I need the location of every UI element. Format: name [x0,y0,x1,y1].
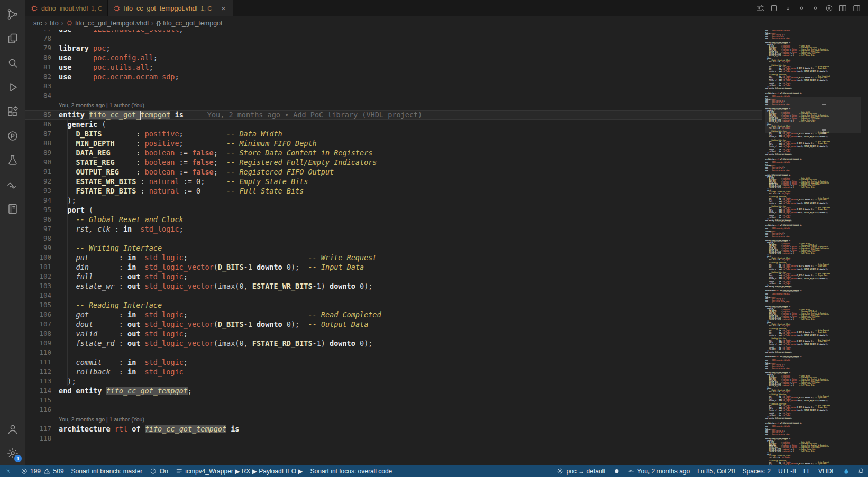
files-icon[interactable] [0,26,25,51]
line-number: 83 [25,81,59,91]
code-line[interactable]: 81use poc.utils.all; [25,62,762,72]
breadcrumb-separator: › [61,19,63,27]
line-number: 97 [25,224,59,234]
commit-node-icon[interactable] [809,2,821,15]
editor-content[interactable]: 77use IEEE.numeric_std.all;7879library p… [25,30,762,443]
minimap-slider[interactable] [765,97,861,133]
code-line[interactable]: 86 generic ( [25,120,762,129]
code-line[interactable]: 115 [25,396,762,405]
circle-p-icon[interactable] [0,124,25,148]
commit-node-icon[interactable] [795,2,808,15]
code-line[interactable]: 83 [25,81,762,91]
code-text: fstate_rd : out std_logic_vector(imax(0,… [59,338,372,348]
target-icon[interactable] [823,2,835,15]
code-line[interactable]: 87 D_BITS : positive; -- Data Width [25,129,762,139]
code-line[interactable]: 90 STATE_REG : boolean := false; -- Regi… [25,158,762,167]
code-line[interactable]: 77use IEEE.numeric_std.all; [25,30,762,34]
problems-indicator[interactable]: 199509 [17,465,68,477]
code-line[interactable]: 104 [25,291,762,300]
code-line[interactable]: 108 valid : out std_logic; [25,329,762,338]
code-line[interactable]: 89 DATA_REG : boolean := false; -- Store… [25,148,762,158]
code-line[interactable]: 109 fstate_rd : out std_logic_vector(ima… [25,338,762,348]
notifications[interactable] [854,465,868,477]
code-line[interactable]: 79library poc; [25,43,762,53]
remote-indicator[interactable] [0,465,17,477]
inline-blame: You, 2 months ago • Add PoC library (VHD… [207,110,422,120]
sonarlint-icon[interactable] [0,172,25,197]
settings-gear-icon[interactable]: 1 [0,441,25,465]
layout-icon[interactable] [850,2,863,15]
sonarlint-focus[interactable]: SonarLint focus: overall code [307,465,396,477]
account-icon[interactable] [0,417,25,441]
indentation[interactable]: Spaces: 2 [739,465,774,477]
sonarlint-toggle[interactable]: On [146,465,172,477]
editor: 77use IEEE.numeric_std.all;7879library p… [25,30,868,465]
code-line[interactable]: 96 -- Global Reset and Clock [25,215,762,224]
close-icon[interactable]: × [219,4,227,13]
connection-status[interactable] [609,465,624,477]
code-line[interactable]: 117architecture rtl of fifo_cc_got_tempg… [25,424,762,434]
code-line[interactable]: 113 ); [25,377,762,386]
code-line[interactable]: 118 [25,434,762,443]
code-line[interactable]: 78 [25,34,762,43]
frame-icon[interactable] [768,2,780,15]
warning-icon [43,467,51,475]
code-line[interactable]: 97 rst, clk : in std_logic; [25,224,762,234]
code-line[interactable]: 114end entity fifo_cc_got_tempgot; [25,386,762,396]
breadcrumb-item[interactable]: {}fifo_cc_got_tempgot [156,20,222,27]
code-line[interactable]: 99 -- Writing Interface [25,243,762,253]
code-line[interactable]: 82use poc.ocram.ocram_sdp; [25,72,762,81]
codelens[interactable]: You, 2 months ago | 1 author (You) [25,415,762,424]
search-icon[interactable] [0,51,25,75]
code-line[interactable]: 112 rollback : in std_logic [25,367,762,377]
code-line[interactable]: 110 [25,348,762,357]
hierarchy-path[interactable]: icmpv4_Wrapper ▶ RX ▶ PayloadFIFO ▶ [172,465,307,477]
beaker-icon[interactable] [0,148,25,172]
active-config[interactable]: poc → default [553,465,609,477]
tune-icon[interactable] [754,2,766,15]
minimap[interactable]: use IEEE.numeric_std.all;library poc;use… [765,30,861,465]
line-number: 82 [25,72,59,81]
code-line[interactable]: 100 put : in std_logic; -- Write Request [25,253,762,262]
tab-fifo_cc_got_tempgot.vhdl[interactable]: fifo_cc_got_tempgot.vhdl1, C× [108,0,233,16]
code-line[interactable]: 106 got : in std_logic; -- Read Complete… [25,310,762,319]
extensions-icon[interactable] [0,99,25,124]
code-line[interactable]: 84 [25,91,762,100]
code-line[interactable]: 111 commit : in std_logic; [25,357,762,367]
sonarlint-branch[interactable]: SonarLint branch: master [68,465,147,477]
breadcrumb-item[interactable]: fifo_cc_got_tempgot.vhdl [66,20,149,27]
breadcrumb-label: src [33,20,42,27]
breadcrumb-item[interactable]: fifo [50,20,59,27]
code-line[interactable]: 102 full : out std_logic; [25,272,762,281]
code-line[interactable]: 116 [25,405,762,415]
code-line[interactable]: 91 OUTPUT_REG : boolean := false; -- Reg… [25,167,762,177]
code-line[interactable]: 101 din : in std_logic_vector(D_BITS-1 d… [25,262,762,272]
notebook-icon[interactable] [0,197,25,221]
code-line[interactable]: 107 dout : out std_logic_vector(D_BITS-1… [25,319,762,329]
code-line[interactable]: 80use poc.config.all; [25,53,762,62]
code-line[interactable]: 103 estate_wr : out std_logic_vector(ima… [25,281,762,291]
code-line[interactable]: 105 -- Reading Interface [25,300,762,310]
git-blame-status[interactable]: You, 2 months ago [624,465,693,477]
code-line[interactable]: 93 FSTATE_RD_BITS : natural := 0 -- Full… [25,186,762,196]
breadcrumb-label: fifo_cc_got_tempgot.vhdl [75,20,149,27]
language-status[interactable] [839,465,854,477]
tab-ddrio_inout.vhdl[interactable]: ddrio_inout.vhdl1, C [25,0,108,16]
run-debug-icon[interactable] [0,75,25,99]
code-line[interactable]: 94 ); [25,196,762,205]
code-text: FSTATE_RD_BITS : natural := 0 -- Full St… [59,186,304,196]
encoding[interactable]: UTF-8 [774,465,800,477]
git-graph-icon[interactable] [0,2,25,26]
language-mode[interactable]: VHDL [815,465,839,477]
commit-node-icon[interactable] [781,2,794,15]
code-line[interactable]: 88 MIN_DEPTH : positive; -- Minimum FIFO… [25,139,762,148]
breadcrumb-item[interactable]: src [33,20,42,27]
code-line[interactable]: 95 port ( [25,205,762,215]
code-line[interactable]: 98 [25,234,762,243]
split-editor-icon[interactable] [836,2,849,15]
eol[interactable]: LF [800,465,815,477]
cursor-position[interactable]: Ln 85, Col 20 [693,465,738,477]
code-line[interactable]: 85entity fifo_cc_got_tempgot isYou, 2 mo… [25,110,762,120]
code-line[interactable]: 92 ESTATE_WR_BITS : natural := 0; -- Emp… [25,177,762,186]
codelens[interactable]: You, 2 months ago | 1 author (You) [25,100,762,110]
